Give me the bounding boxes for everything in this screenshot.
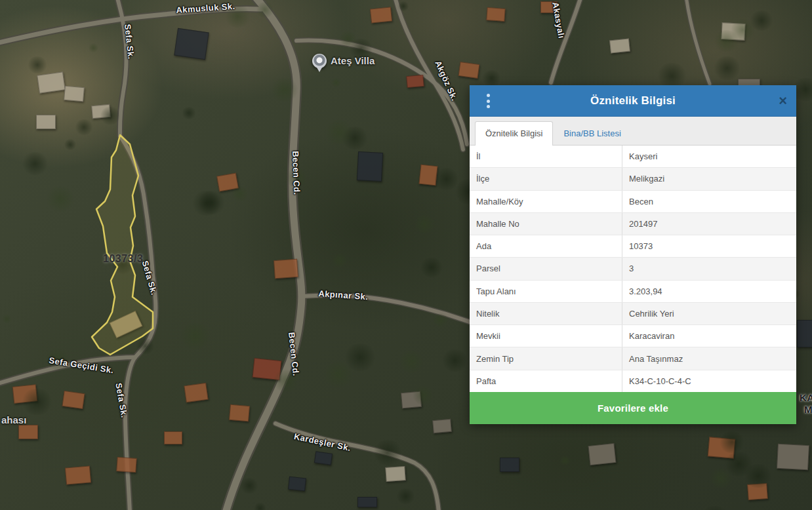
popup-title: Öznitelik Bilgisi [590,94,676,108]
row-label: Zemin Tip [470,347,622,369]
row-label: Mevkii [470,325,622,347]
row-value: Kayseri [622,146,796,167]
row-value: 3 [622,258,796,279]
poi-label: ahası [1,414,26,425]
row-value: 10373 [622,235,796,257]
row-label: Nitelik [470,303,622,324]
table-row: Mahalle No201497 [470,213,796,235]
poi-label: Ateş Villa [331,55,375,66]
table-row: NitelikCehrilik Yeri [470,303,796,325]
row-value: Karacaviran [622,325,796,347]
row-label: Tapu Alanı [470,281,622,302]
row-value: K34-C-10-C-4-C [622,370,796,392]
row-label: Pafta [470,370,622,392]
close-icon[interactable]: × [779,94,787,108]
tab-bina-bb-listesi[interactable]: Bina/BB Listesi [553,121,631,146]
locality-label: KA [800,392,812,403]
locality-label: M [804,404,812,415]
attribute-table: İlKayseriİlçeMelikgaziMahalle/KöyBecenMa… [470,146,796,392]
table-row: PaftaK34-C-10-C-4-C [470,370,796,392]
row-value: Cehrilik Yeri [622,303,796,324]
app-screen: Akmusluk Sk.Sefa Sk.Becen Cd.Akgöz Sk.Ak… [0,0,812,510]
row-value: 3.203,94 [622,281,796,302]
kebab-menu-icon[interactable] [483,94,493,108]
table-row: Ada10373 [470,235,796,258]
row-label: Mahalle No [470,213,622,235]
row-value: Becen [622,191,796,212]
add-to-favorites-button[interactable]: Favorilere ekle [470,392,796,424]
row-label: Mahalle/Köy [470,191,622,212]
parcel-number-label: 10373/3 [103,253,143,265]
tab-bar: Öznitelik BilgisiBina/BB Listesi [470,117,796,146]
row-label: İl [470,146,622,167]
attribute-popup: Öznitelik Bilgisi × Öznitelik BilgisiBin… [470,85,796,424]
street-label: Becen Cd. [291,151,302,195]
table-row: MevkiiKaracaviran [470,325,796,347]
popup-header: Öznitelik Bilgisi × [470,85,796,117]
parcel-polygon[interactable] [92,135,153,355]
table-row: Mahalle/KöyBecen [470,191,796,213]
poi-marker-ates-villa[interactable] [312,54,327,68]
row-value: Ana Taşınmaz [622,347,796,369]
table-row: İlçeMelikgazi [470,168,796,190]
tab-oznitelik-bilgisi[interactable]: Öznitelik Bilgisi [475,121,553,146]
row-label: İlçe [470,168,622,189]
row-label: Parsel [470,258,622,279]
table-row: Zemin TipAna Taşınmaz [470,347,796,370]
row-value: 201497 [622,213,796,235]
row-label: Ada [470,235,622,257]
table-row: Parsel3 [470,258,796,280]
row-value: Melikgazi [622,168,796,189]
table-row: Tapu Alanı3.203,94 [470,281,796,303]
table-row: İlKayseri [470,146,796,168]
